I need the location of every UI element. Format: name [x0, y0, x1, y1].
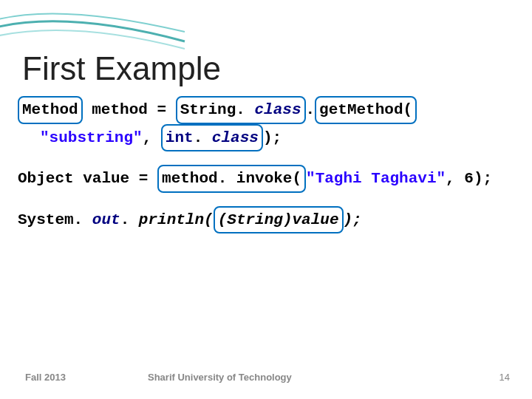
code-text: method =	[83, 101, 176, 118]
code-text: System.	[18, 211, 83, 228]
code-method-println: println(	[129, 211, 213, 228]
code-text: );	[344, 211, 362, 228]
box-int-class: int. class	[161, 124, 263, 152]
code-string-literal: "substring"	[40, 129, 143, 146]
code-line-1: Method method = String. class.getMethod(	[18, 96, 514, 124]
code-line-4: System. out. println((String)value);	[18, 206, 514, 234]
code-text: .	[120, 211, 130, 228]
box-string-class: String. class	[176, 96, 306, 124]
code-text: , 6);	[446, 170, 492, 187]
page-number: 14	[499, 372, 510, 383]
box-getmethod: getMethod(	[315, 96, 417, 124]
box-method-type: Method	[18, 96, 83, 124]
code-keyword-class: class	[202, 129, 259, 146]
code-block: Method method = String. class.getMethod(…	[18, 96, 514, 233]
code-field-out: out	[83, 211, 120, 228]
code-keyword-class: class	[245, 101, 301, 118]
code-line-2: "substring", int. class);	[18, 124, 514, 152]
code-text: Object value =	[18, 170, 157, 187]
box-cast-value: (String)value	[214, 206, 344, 234]
footer-term: Fall 2013	[25, 372, 66, 383]
box-method-invoke: method. invoke(	[157, 165, 306, 193]
code-text: .	[194, 129, 203, 146]
slide-title: First Example	[22, 50, 221, 87]
code-text: String.	[180, 101, 245, 118]
footer-university: Sharif University of Technology	[148, 372, 292, 383]
code-text: );	[263, 129, 282, 146]
code-string-literal: "Taghi Taghavi"	[306, 170, 446, 187]
code-text: ,	[143, 129, 161, 146]
code-keyword-int: int	[166, 129, 194, 146]
code-text: .	[306, 101, 316, 118]
code-line-3: Object value = method. invoke("Taghi Tag…	[18, 165, 514, 193]
